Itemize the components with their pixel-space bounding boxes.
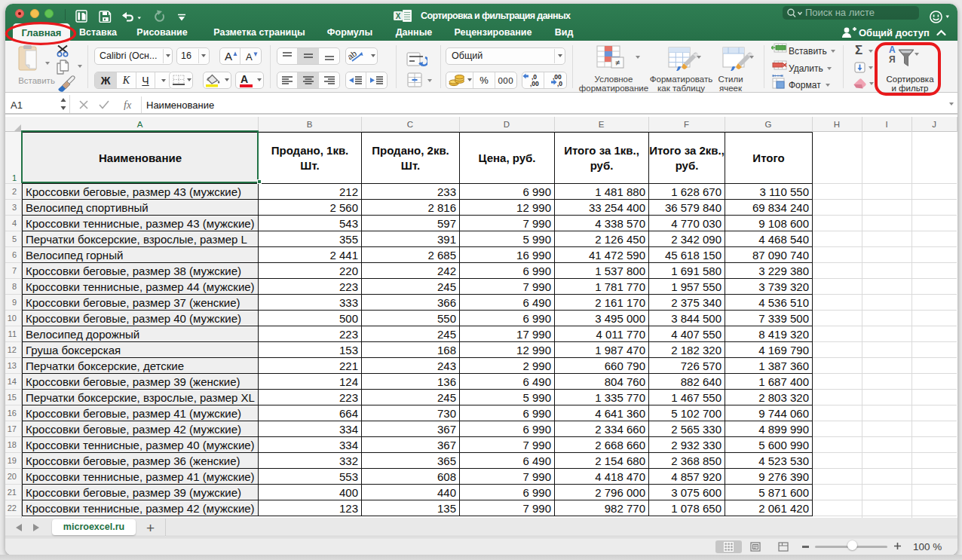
svg-text:fx: fx (124, 99, 132, 110)
svg-text:X: X (396, 12, 401, 20)
svg-text:A: A (246, 51, 253, 63)
svg-text:≠: ≠ (615, 58, 620, 67)
svg-text:,0: ,0 (557, 80, 562, 87)
svg-text:,00: ,00 (530, 80, 539, 87)
svg-text:A: A (225, 50, 232, 63)
